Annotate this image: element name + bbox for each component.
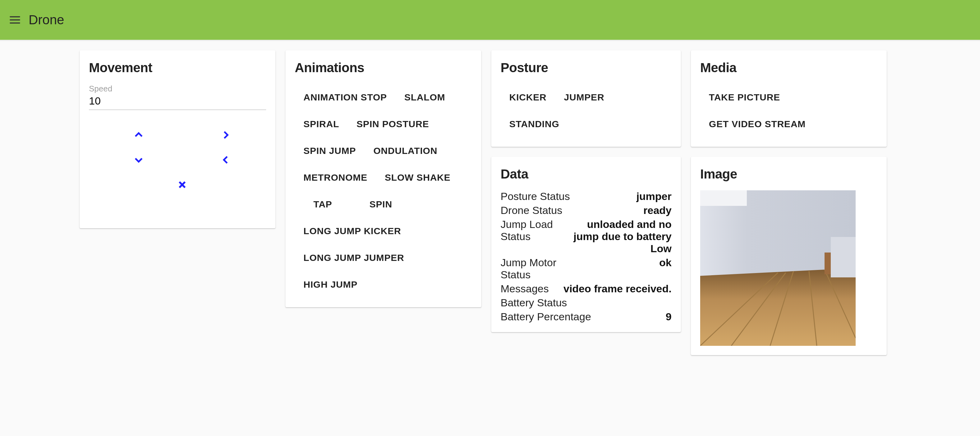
animation-stop-button[interactable]: ANIMATION STOP [295,84,396,111]
dashboard: Movement Speed [0,41,980,364]
slalom-button[interactable]: SLALOM [396,84,453,111]
video-frame-image [700,190,856,346]
media-card: Media TAKE PICTURE GET VIDEO STREAM [691,50,887,147]
data-key: Jump Load Status [501,218,557,243]
data-key: Drone Status [501,204,562,216]
turn-right-button[interactable] [216,126,235,144]
spin-posture-button[interactable]: SPIN POSTURE [348,111,438,137]
move-backward-button[interactable] [129,151,148,169]
data-row-drone-status: Drone Status ready [501,204,671,216]
ondulation-button[interactable]: ONDULATION [365,137,446,164]
svg-rect-11 [700,190,747,206]
slow-shake-button[interactable]: SLOW SHAKE [376,164,459,191]
image-title: Image [700,167,877,181]
data-key: Battery Percentage [501,311,591,323]
data-val: ok [584,256,671,269]
menu-icon[interactable] [8,13,22,27]
data-val: 9 [593,311,671,323]
data-row-battery-percentage: Battery Percentage 9 [501,311,671,323]
take-picture-button[interactable]: TAKE PICTURE [700,84,877,111]
data-val: ready [565,204,671,216]
app-title: Drone [29,13,64,27]
data-card: Data Posture Status jumper Drone Status … [491,157,681,332]
long-jump-kicker-button[interactable]: LONG JUMP KICKER [295,218,472,244]
data-list: Posture Status jumper Drone Status ready… [501,190,671,323]
animations-card: Animations ANIMATION STOP SLALOM SPIRAL … [285,50,481,307]
get-video-stream-button[interactable]: GET VIDEO STREAM [700,111,877,137]
data-key: Battery Status [501,297,567,309]
movement-card: Movement Speed [80,50,275,228]
data-key: Posture Status [501,190,570,202]
movement-dpad [89,126,266,219]
movement-title: Movement [89,60,266,75]
data-key: Messages [501,283,549,295]
animations-title: Animations [295,60,472,75]
data-key: Jump Motor Status [501,256,581,281]
data-row-jump-load-status: Jump Load Status unloaded and no jump du… [501,218,671,255]
media-title: Media [700,60,877,75]
move-forward-button[interactable] [129,126,148,144]
spiral-button[interactable]: SPIRAL [295,111,348,137]
svg-marker-3 [700,268,856,346]
speed-label: Speed [89,84,266,94]
animations-button-group: ANIMATION STOP SLALOM SPIRAL SPIN POSTUR… [295,84,472,298]
svg-rect-10 [831,237,856,277]
turn-left-button[interactable] [216,151,235,169]
stop-button[interactable] [173,175,191,194]
speed-input[interactable] [89,95,266,110]
jumper-button[interactable]: JUMPER [555,84,613,111]
data-val: jumper [573,190,671,202]
posture-title: Posture [501,60,671,75]
app-bar: Drone [0,0,980,41]
high-jump-button[interactable]: HIGH JUMP [295,271,472,298]
data-row-battery-status: Battery Status [501,297,671,309]
spin-jump-button[interactable]: SPIN JUMP [295,137,365,164]
long-jump-jumper-button[interactable]: LONG JUMP JUMPER [295,244,472,271]
data-title: Data [501,167,671,181]
data-row-posture-status: Posture Status jumper [501,190,671,202]
kicker-button[interactable]: KICKER [501,84,555,111]
standing-button[interactable]: STANDING [501,111,671,137]
posture-card: Posture KICKER JUMPER STANDING [491,50,681,147]
data-val: video frame received. [551,283,671,295]
posture-button-group: KICKER JUMPER STANDING [501,84,671,137]
image-card: Image [691,157,887,355]
data-row-messages: Messages video frame received. [501,283,671,295]
data-val: unloaded and no jump due to battery Low [559,218,671,255]
metronome-button[interactable]: METRONOME [295,164,376,191]
data-row-jump-motor-status: Jump Motor Status ok [501,256,671,281]
spin-button[interactable]: SPIN [351,191,411,218]
tap-button[interactable]: TAP [295,191,351,218]
media-button-group: TAKE PICTURE GET VIDEO STREAM [700,84,877,137]
